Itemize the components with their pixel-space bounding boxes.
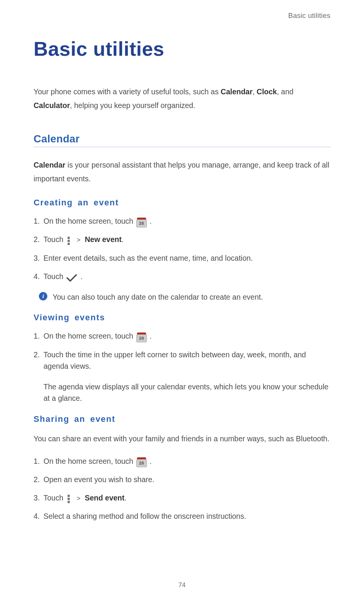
bold-new-event: New event bbox=[85, 235, 121, 244]
list-item: 4. Touch . bbox=[34, 271, 330, 282]
bold-calendar: Calendar bbox=[221, 87, 252, 96]
list-item: 1. On the home screen, touch 28 . bbox=[34, 455, 330, 467]
chevron-right-text: > bbox=[77, 236, 81, 244]
step-number: 1. bbox=[34, 330, 40, 342]
step-number: 4. bbox=[34, 510, 40, 522]
intro-paragraph: Your phone comes with a variety of usefu… bbox=[34, 85, 330, 112]
info-icon: i bbox=[39, 292, 47, 300]
text: Touch bbox=[43, 235, 65, 244]
subheading-sharing-event: Sharing an event bbox=[34, 414, 330, 424]
list-item: 1. On the home screen, touch 28 . bbox=[34, 330, 330, 342]
subheading-viewing-events: Viewing events bbox=[34, 313, 330, 323]
text: . bbox=[122, 235, 124, 244]
bold-send-event: Send event bbox=[85, 494, 124, 502]
calendar-app-icon: 28 bbox=[136, 218, 147, 228]
page-title: Basic utilities bbox=[34, 37, 330, 60]
text: Open an event you wish to share. bbox=[43, 475, 155, 484]
list-item: 3. Enter event details, such as the even… bbox=[34, 252, 330, 264]
step-number: 2. bbox=[34, 474, 40, 485]
text: , helping you keep yourself organized. bbox=[70, 101, 195, 110]
text: , bbox=[253, 87, 257, 96]
list-item: 2. Touch > New event. bbox=[34, 234, 330, 245]
step-number: 1. bbox=[34, 455, 40, 467]
text: Your phone comes with a variety of usefu… bbox=[34, 87, 221, 96]
text: . bbox=[150, 332, 151, 340]
sharing-steps: 1. On the home screen, touch 28 . 2. Ope… bbox=[34, 455, 330, 522]
list-item: 2. Open an event you wish to share. bbox=[34, 474, 330, 485]
text: . bbox=[81, 272, 82, 281]
list-item: 1. On the home screen, touch 28 . bbox=[34, 215, 330, 227]
step-number: 4. bbox=[34, 271, 40, 282]
calendar-day-label: 28 bbox=[139, 221, 144, 226]
sharing-intro: You can share an event with your family … bbox=[34, 432, 330, 445]
running-header: Basic utilities bbox=[34, 11, 330, 20]
viewing-steps: 1. On the home screen, touch 28 . 2. Tou… bbox=[34, 330, 330, 372]
step-number: 3. bbox=[34, 492, 40, 504]
calendar-app-icon: 28 bbox=[136, 457, 147, 467]
overflow-menu-icon bbox=[68, 495, 70, 503]
page-number: 74 bbox=[0, 581, 364, 589]
text: Select a sharing method and follow the o… bbox=[43, 512, 246, 520]
info-note: i You can also touch any date on the cal… bbox=[39, 291, 330, 303]
bold-calculator: Calculator bbox=[34, 101, 70, 110]
step-number: 2. bbox=[34, 349, 40, 360]
step-number: 1. bbox=[34, 215, 40, 227]
bold-calendar: Calendar bbox=[34, 161, 65, 169]
note-text: You can also touch any date on the calen… bbox=[53, 291, 263, 303]
list-item: 3. Touch > Send event. bbox=[34, 492, 330, 504]
agenda-note: The agenda view displays all your calend… bbox=[43, 381, 330, 404]
text: . bbox=[150, 217, 151, 225]
text: Touch the time in the upper left corner … bbox=[43, 350, 306, 370]
text: On the home screen, touch bbox=[43, 217, 135, 225]
chevron-right-text: > bbox=[77, 495, 81, 502]
checkmark-icon bbox=[66, 274, 77, 282]
list-item: 2. Touch the time in the upper left corn… bbox=[34, 349, 330, 372]
text: . bbox=[150, 457, 151, 465]
bold-clock: Clock bbox=[257, 87, 277, 96]
text: Touch bbox=[43, 272, 65, 281]
calendar-intro: Calendar is your personal assistant that… bbox=[34, 158, 330, 186]
text: On the home screen, touch bbox=[43, 457, 135, 465]
text: , and bbox=[277, 87, 293, 96]
step-number: 3. bbox=[34, 252, 40, 264]
section-divider bbox=[34, 147, 330, 147]
text: is your personal assistant that helps yo… bbox=[34, 161, 329, 183]
text: . bbox=[124, 494, 126, 502]
list-item: 4. Select a sharing method and follow th… bbox=[34, 510, 330, 522]
step-number: 2. bbox=[34, 234, 40, 245]
overflow-menu-icon bbox=[68, 237, 70, 245]
document-page: Basic utilities Basic utilities Your pho… bbox=[0, 0, 364, 602]
section-title-calendar: Calendar bbox=[34, 133, 330, 145]
text: Enter event details, such as the event n… bbox=[43, 254, 253, 262]
calendar-app-icon: 28 bbox=[136, 332, 147, 342]
calendar-day-label: 28 bbox=[139, 461, 144, 466]
calendar-day-label: 28 bbox=[139, 336, 144, 341]
text: On the home screen, touch bbox=[43, 332, 135, 340]
creating-steps: 1. On the home screen, touch 28 . 2. Tou… bbox=[34, 215, 330, 282]
subheading-creating-event: Creating an event bbox=[34, 198, 330, 208]
text: Touch bbox=[43, 494, 65, 502]
